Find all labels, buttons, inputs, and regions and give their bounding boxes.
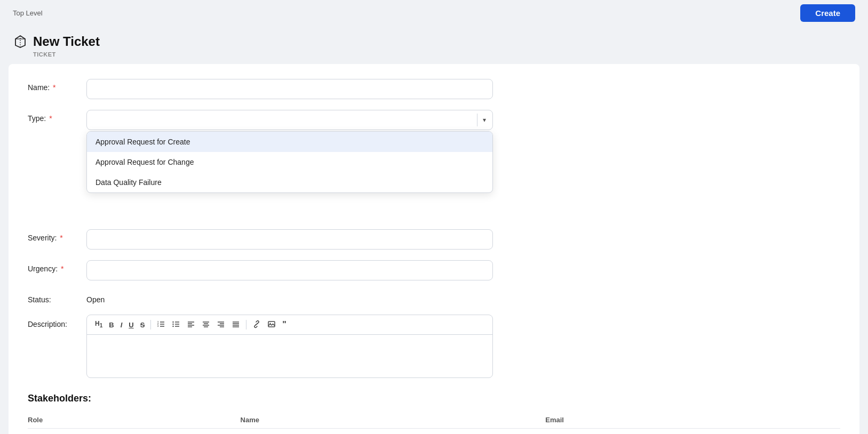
stakeholders-header-row: Role Name Email (28, 412, 840, 429)
name-required-star: * (51, 83, 55, 92)
stakeholders-col-role: Role (28, 412, 234, 429)
type-required-star: * (47, 114, 52, 123)
type-dropdown-trigger[interactable]: ▾ (86, 110, 493, 130)
svg-point-11 (173, 326, 174, 327)
type-dropdown-container: ▾ Approval Request for Create Approval R… (86, 110, 493, 130)
topbar-title: Top Level (13, 9, 43, 17)
toolbar-divider-1 (150, 320, 151, 329)
stakeholders-col-name: Name (234, 412, 539, 429)
description-input[interactable] (87, 335, 492, 377)
toolbar-align-left-button[interactable] (184, 318, 198, 331)
toolbar-image-button[interactable] (265, 318, 278, 331)
toolbar-justify-button[interactable] (229, 318, 243, 331)
severity-input[interactable] (86, 229, 493, 250)
stakeholders-section: Stakeholders: Role Name Email i Stakehol… (28, 393, 840, 434)
stakeholders-col-email: Email (539, 412, 840, 429)
toolbar-strikethrough-button[interactable]: S (138, 320, 148, 330)
urgency-row: Urgency: * (28, 260, 840, 280)
toolbar-underline-button[interactable]: U (126, 320, 136, 330)
toolbar-h1-button[interactable]: H1 (92, 319, 105, 330)
type-dropdown-menu: Approval Request for Create Approval Req… (86, 131, 493, 193)
description-label: Description: (28, 315, 86, 328)
severity-row: Severity: * (28, 229, 840, 250)
toolbar-ordered-list-button[interactable]: 123 (154, 318, 168, 331)
toolbar-italic-button[interactable]: I (118, 320, 125, 330)
severity-label: Severity: * (28, 229, 86, 242)
status-value: Open (86, 291, 105, 304)
toolbar-align-right-button[interactable] (214, 318, 228, 331)
svg-point-9 (173, 322, 174, 323)
stakeholders-table: Role Name Email (28, 412, 840, 429)
toolbar-divider-2 (246, 320, 246, 329)
toolbar-unordered-list-button[interactable] (169, 318, 183, 331)
stakeholders-title: Stakeholders: (28, 393, 840, 404)
description-editor: H1 B I U S 123 (86, 315, 493, 378)
description-row: Description: H1 B I U S 123 (28, 315, 840, 378)
urgency-input[interactable] (86, 260, 493, 280)
svg-point-10 (173, 324, 174, 325)
toolbar-link-button[interactable] (250, 318, 264, 331)
name-input[interactable] (86, 79, 493, 99)
stakeholders-info-footer: i Stakeholders will be shown based on th… (28, 429, 840, 434)
page-header: New Ticket (0, 26, 868, 51)
name-row: Name: * (28, 79, 840, 99)
name-label: Name: * (28, 79, 86, 92)
urgency-label: Urgency: * (28, 260, 86, 273)
type-row: Type: * ▾ Approval Request for Create Ap… (28, 110, 840, 130)
page-subtitle: TICKET (0, 51, 868, 64)
status-row: Status: Open (28, 291, 840, 304)
svg-rect-28 (268, 322, 275, 327)
main-card: Name: * Type: * ▾ Approval Request for C… (9, 64, 859, 434)
dropdown-arrow-icon: ▾ (477, 114, 486, 126)
dropdown-item-1[interactable]: Approval Request for Change (87, 152, 492, 172)
dropdown-item-2[interactable]: Data Quality Failure (87, 172, 492, 192)
dropdown-item-0[interactable]: Approval Request for Create (87, 132, 492, 152)
severity-required-star: * (58, 234, 62, 242)
toolbar-align-center-button[interactable] (199, 318, 213, 331)
page-title: New Ticket (33, 34, 100, 49)
topbar: Top Level Create (0, 0, 868, 26)
toolbar-blockquote-button[interactable]: " (280, 319, 289, 331)
create-button[interactable]: Create (800, 4, 855, 22)
toolbar-bold-button[interactable]: B (106, 320, 116, 330)
type-label: Type: * (28, 110, 86, 123)
ticket-icon (13, 34, 28, 49)
status-label: Status: (28, 291, 86, 304)
urgency-required-star: * (59, 264, 63, 273)
editor-toolbar: H1 B I U S 123 (87, 315, 492, 335)
svg-text:3: 3 (157, 325, 159, 327)
